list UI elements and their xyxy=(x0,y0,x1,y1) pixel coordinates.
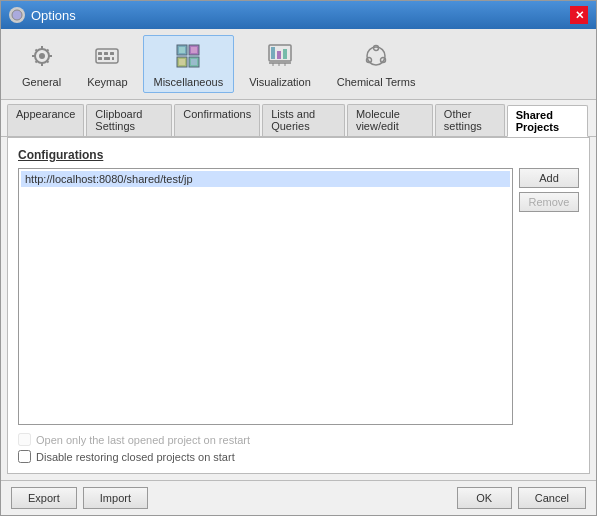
svg-rect-16 xyxy=(104,57,110,60)
list-area: http://localhost:8080/shared/test/jp Add… xyxy=(18,168,579,425)
chem-label: Chemical Terms xyxy=(337,76,416,88)
svg-point-37 xyxy=(367,58,372,63)
remove-button[interactable]: Remove xyxy=(519,192,579,212)
title-bar: Options ✕ xyxy=(1,1,596,29)
close-button[interactable]: ✕ xyxy=(570,6,588,24)
toolbar: General Keymap xyxy=(1,29,596,100)
svg-rect-22 xyxy=(179,47,185,53)
svg-rect-13 xyxy=(104,52,108,55)
open-last-label: Open only the last opened project on res… xyxy=(36,434,250,446)
keymap-label: Keymap xyxy=(87,76,127,88)
export-button[interactable]: Export xyxy=(11,487,77,509)
checkbox-disable-restore: Disable restoring closed projects on sta… xyxy=(18,450,579,463)
svg-rect-23 xyxy=(191,47,197,53)
tabs-row: Appearance Clipboard Settings Confirmati… xyxy=(1,100,596,137)
import-button[interactable]: Import xyxy=(83,487,148,509)
tab-appearance[interactable]: Appearance xyxy=(7,104,84,136)
disable-restore-label: Disable restoring closed projects on sta… xyxy=(36,451,235,463)
checkbox-open-last: Open only the last opened project on res… xyxy=(18,433,579,446)
tab-other[interactable]: Other settings xyxy=(435,104,505,136)
section-title: Configurations xyxy=(18,148,579,162)
checkboxes-area: Open only the last opened project on res… xyxy=(18,433,579,463)
footer-right: OK Cancel xyxy=(457,487,586,509)
svg-point-2 xyxy=(39,53,45,59)
svg-point-36 xyxy=(381,58,386,63)
svg-rect-17 xyxy=(112,57,114,60)
button-column: Add Remove xyxy=(519,168,579,425)
list-item[interactable]: http://localhost:8080/shared/test/jp xyxy=(21,171,510,187)
svg-rect-11 xyxy=(96,49,118,63)
misc-icon xyxy=(172,40,204,72)
tab-shared[interactable]: Shared Projects xyxy=(507,105,588,137)
svg-rect-15 xyxy=(98,57,102,60)
misc-label: Miscellaneous xyxy=(154,76,224,88)
svg-rect-24 xyxy=(179,59,185,65)
svg-line-7 xyxy=(35,50,37,52)
svg-rect-29 xyxy=(283,49,287,59)
svg-line-10 xyxy=(35,61,37,63)
svg-rect-12 xyxy=(98,52,102,55)
toolbar-general[interactable]: General xyxy=(11,35,72,93)
toolbar-chemical-terms[interactable]: Chemical Terms xyxy=(326,35,427,93)
toolbar-keymap[interactable]: Keymap xyxy=(76,35,138,93)
vis-label: Visualization xyxy=(249,76,311,88)
ok-button[interactable]: OK xyxy=(457,487,512,509)
footer-left: Export Import xyxy=(11,487,148,509)
svg-line-8 xyxy=(46,61,48,63)
add-button[interactable]: Add xyxy=(519,168,579,188)
app-icon xyxy=(9,7,25,23)
tab-molecule[interactable]: Molecule view/edit xyxy=(347,104,433,136)
tab-confirmations[interactable]: Confirmations xyxy=(174,104,260,136)
window-title: Options xyxy=(31,8,76,23)
open-last-checkbox[interactable] xyxy=(18,433,31,446)
svg-rect-25 xyxy=(191,59,197,65)
general-label: General xyxy=(22,76,61,88)
toolbar-miscellaneous[interactable]: Miscellaneous xyxy=(143,35,235,93)
options-window: Options ✕ General xyxy=(0,0,597,516)
svg-rect-14 xyxy=(110,52,114,55)
svg-rect-27 xyxy=(271,47,275,59)
list-box-container: http://localhost:8080/shared/test/jp xyxy=(18,168,513,425)
tab-lists[interactable]: Lists and Queries xyxy=(262,104,345,136)
disable-restore-checkbox[interactable] xyxy=(18,450,31,463)
content-area: Configurations http://localhost:8080/sha… xyxy=(7,137,590,474)
svg-line-9 xyxy=(46,50,48,52)
vis-icon xyxy=(264,40,296,72)
chem-icon xyxy=(360,40,392,72)
configurations-list[interactable]: http://localhost:8080/shared/test/jp xyxy=(18,168,513,425)
svg-point-0 xyxy=(12,10,22,20)
tab-clipboard[interactable]: Clipboard Settings xyxy=(86,104,172,136)
general-icon xyxy=(26,40,58,72)
toolbar-visualization[interactable]: Visualization xyxy=(238,35,322,93)
cancel-button[interactable]: Cancel xyxy=(518,487,586,509)
svg-rect-28 xyxy=(277,51,281,59)
footer: Export Import OK Cancel xyxy=(1,480,596,515)
keymap-icon xyxy=(91,40,123,72)
svg-point-35 xyxy=(374,46,379,51)
